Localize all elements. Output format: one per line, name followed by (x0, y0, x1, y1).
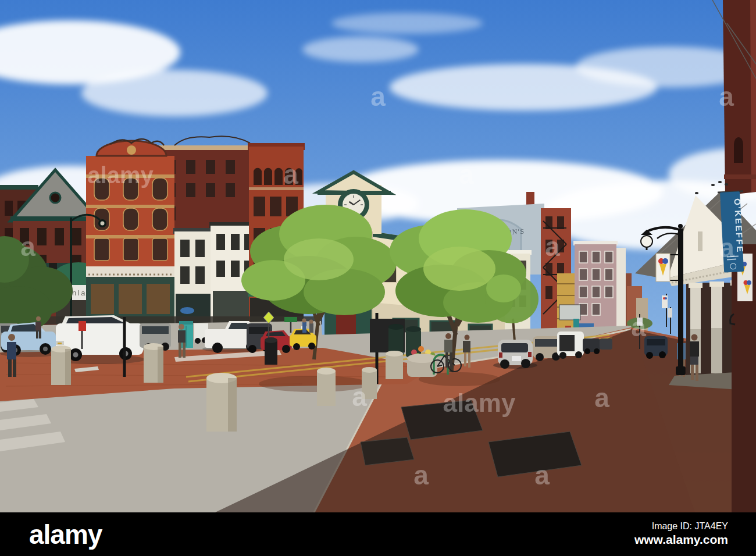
watermark-letter: a (534, 460, 550, 490)
watermark-letter: a (352, 382, 367, 412)
alamy-logo: alamy (29, 519, 102, 550)
street-photo: vinland (0, 0, 756, 512)
dark-blue-suv (644, 336, 668, 359)
watermark-brand: alamy (443, 389, 516, 417)
pedestrian-left-sidewalk (35, 316, 41, 338)
white-building-a (173, 228, 213, 326)
black-trash-can (265, 337, 277, 365)
watermark-letter: a (20, 231, 35, 262)
watermark-letter: a (631, 312, 646, 342)
white-van (557, 332, 584, 359)
alamy-url-text: www.alamy.com (634, 532, 728, 547)
watermark-letter: a (413, 460, 429, 490)
watermark-letter: a (719, 81, 734, 112)
watermark-letter: a (545, 231, 560, 262)
stock-photo-page: vinland (0, 0, 756, 556)
billboard-sign (559, 305, 580, 320)
gable-round-window (50, 193, 60, 203)
blue-shop-sign (180, 307, 194, 314)
alamy-footer-bar: alamy Image ID: JTA4EY www.alamy.com (0, 512, 756, 556)
watermark-letter: a (719, 233, 734, 263)
silver-crossover (493, 340, 537, 369)
watermark-brand: alamy (87, 162, 154, 188)
watermark-letter: a (459, 159, 474, 190)
watermark-letter: a (283, 159, 298, 190)
watermark-letter: a (594, 383, 609, 413)
image-id-text: Image ID: JTA4EY (634, 521, 728, 532)
watermark-letter: a (370, 81, 386, 112)
